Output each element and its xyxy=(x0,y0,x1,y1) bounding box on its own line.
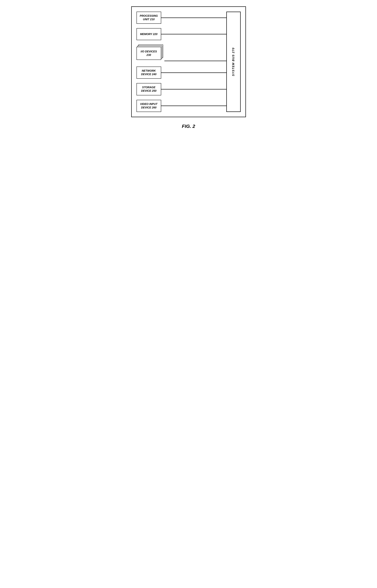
io-devices-stack: I/O DEVICES230 xyxy=(137,45,164,62)
network-device-label: NETWORKDEVICE 240 xyxy=(141,69,156,76)
storage-device-connector xyxy=(161,89,226,90)
processing-unit-box: PROCESSINGUNIT 210 xyxy=(137,12,161,24)
network-device-connector xyxy=(161,72,226,73)
page: PROCESSINGUNIT 210 MEMORY 220 xyxy=(121,0,256,212)
memory-connector xyxy=(161,34,226,35)
processing-unit-label: PROCESSINGUNIT 210 xyxy=(140,14,158,21)
diagram-outer-border: PROCESSINGUNIT 210 MEMORY 220 xyxy=(131,6,246,117)
memory-box: MEMORY 220 xyxy=(137,28,161,40)
system-bus-label: SYSTEM BUS 270 xyxy=(232,46,235,78)
left-column: PROCESSINGUNIT 210 MEMORY 220 xyxy=(137,12,226,112)
diagram-inner: PROCESSINGUNIT 210 MEMORY 220 xyxy=(137,12,241,112)
io-devices-label: I/O DEVICES230 xyxy=(141,50,157,57)
processing-unit-connector xyxy=(161,18,226,18)
network-device-box: NETWORKDEVICE 240 xyxy=(137,67,161,79)
system-bus-container: SYSTEM BUS 270 xyxy=(226,12,241,112)
processing-unit-row: PROCESSINGUNIT 210 xyxy=(137,12,226,24)
memory-row: MEMORY 220 xyxy=(137,28,226,40)
io-devices-connector xyxy=(164,61,226,61)
video-input-device-label: VIDEO INPUTDEVICE 260 xyxy=(140,102,157,109)
io-devices-box: I/O DEVICES230 xyxy=(137,47,161,60)
storage-device-label: STORAGEDEVICE 250 xyxy=(141,86,156,93)
figure-label: FIG. 2 xyxy=(182,124,195,129)
network-device-row: NETWORKDEVICE 240 xyxy=(137,67,226,79)
video-input-device-row: VIDEO INPUTDEVICE 260 xyxy=(137,100,226,112)
memory-label: MEMORY 220 xyxy=(140,33,157,36)
storage-device-row: STORAGEDEVICE 250 xyxy=(137,83,226,95)
storage-device-box: STORAGEDEVICE 250 xyxy=(137,83,161,95)
video-input-device-connector xyxy=(161,105,226,106)
io-devices-row: I/O DEVICES230 xyxy=(137,45,226,62)
system-bus-bar: SYSTEM BUS 270 xyxy=(226,12,241,112)
video-input-device-box: VIDEO INPUTDEVICE 260 xyxy=(137,100,161,112)
